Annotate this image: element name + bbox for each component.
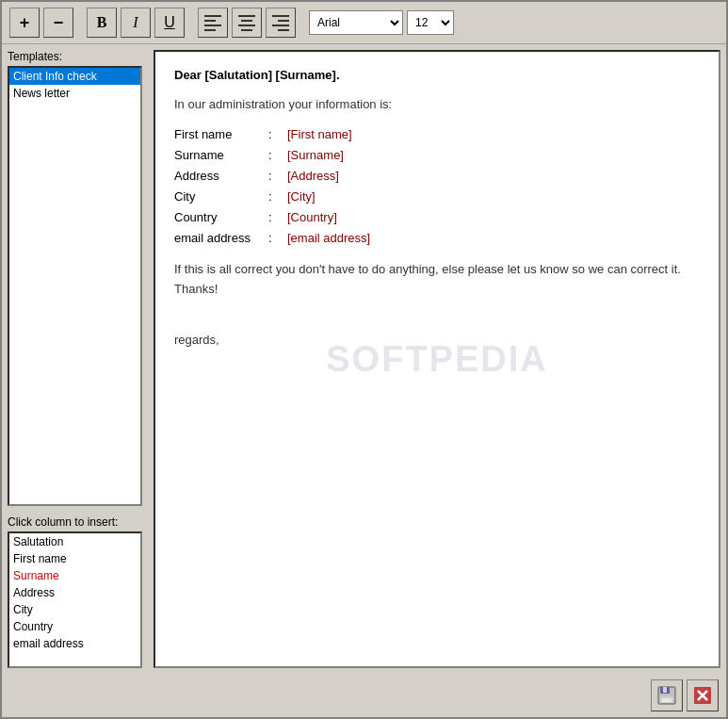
toolbar: + − B I U — [2, 2, 726, 44]
close-button[interactable] — [687, 679, 719, 711]
field-row-country: Country : [Country] — [174, 207, 700, 228]
fields-table: First name : [First name] Surname : [Sur… — [174, 124, 700, 250]
align-center-button[interactable] — [232, 8, 262, 38]
field-value-address: [Address] — [287, 166, 339, 187]
italic-button[interactable]: I — [121, 8, 151, 38]
field-value-surname: [Surname] — [287, 145, 344, 166]
bold-button[interactable]: B — [87, 8, 117, 38]
field-colon-address: : — [268, 166, 287, 187]
column-item-surname[interactable]: Surname — [9, 567, 140, 584]
field-colon-firstname: : — [268, 124, 287, 145]
field-colon-country: : — [268, 207, 287, 228]
field-colon-city: : — [268, 187, 287, 207]
close-x-icon — [692, 685, 713, 706]
column-item-country[interactable]: Country — [9, 618, 140, 635]
align-right-button[interactable] — [266, 8, 296, 38]
column-item-email[interactable]: email address — [9, 635, 140, 652]
svg-rect-2 — [663, 687, 667, 693]
italic-icon: I — [133, 14, 138, 31]
save-button[interactable] — [651, 679, 683, 711]
add-template-button[interactable]: + — [9, 8, 40, 38]
field-row-email: email address : [email address] — [174, 228, 700, 249]
editor-closing: regards, — [174, 331, 700, 351]
editor-body: If this is all correct you don't have to… — [174, 260, 700, 300]
editor-frame[interactable]: SOFTPEDIA Dear [Salutation] [Surname]. I… — [154, 50, 720, 668]
main-area: Templates: Client Info check News letter… — [2, 44, 726, 674]
app-window: + − B I U — [0, 0, 728, 719]
templates-list: Client Info check News letter — [8, 66, 142, 506]
field-label-city: City — [174, 187, 268, 207]
underline-button[interactable]: U — [154, 8, 185, 38]
field-value-email: [email address] — [287, 228, 370, 249]
field-value-firstname: [First name] — [287, 124, 352, 145]
template-item-newsletter[interactable]: News letter — [9, 85, 140, 102]
align-right-icon — [272, 15, 289, 31]
align-left-button[interactable] — [198, 8, 228, 38]
svg-rect-4 — [662, 698, 671, 702]
field-row-surname: Surname : [Surname] — [174, 145, 700, 166]
field-colon-email: : — [268, 228, 287, 249]
align-left-icon — [204, 15, 221, 31]
column-item-firstname[interactable]: First name — [9, 550, 140, 567]
minus-icon: − — [54, 13, 64, 33]
template-item-client-info[interactable]: Client Info check — [9, 68, 140, 85]
floppy-disk-icon — [656, 685, 677, 706]
align-center-icon — [238, 15, 255, 31]
field-row-address: Address : [Address] — [174, 166, 700, 187]
underline-icon: U — [164, 14, 175, 31]
field-colon-surname: : — [268, 145, 287, 166]
font-size-select[interactable]: 12 — [407, 10, 454, 35]
insert-label: Click column to insert: — [8, 515, 142, 529]
field-value-city: [City] — [287, 187, 315, 207]
field-row-firstname: First name : [First name] — [174, 124, 700, 145]
column-item-address[interactable]: Address — [9, 584, 140, 601]
remove-template-button[interactable]: − — [43, 8, 73, 38]
field-label-address: Address — [174, 166, 268, 187]
bottom-bar — [2, 674, 726, 717]
editor-greeting: Dear [Salutation] [Surname]. — [174, 66, 700, 86]
field-value-country: [Country] — [287, 207, 337, 228]
left-panel: Templates: Client Info check News letter… — [2, 44, 148, 674]
column-item-city[interactable]: City — [9, 601, 140, 618]
field-label-firstname: First name — [174, 124, 268, 145]
font-select[interactable]: Arial — [309, 10, 403, 35]
bold-icon: B — [97, 14, 107, 31]
columns-list[interactable]: Salutation First name Surname Address Ci… — [8, 531, 142, 668]
field-label-email: email address — [174, 228, 268, 249]
editor-area: SOFTPEDIA Dear [Salutation] [Surname]. I… — [148, 44, 726, 674]
field-label-country: Country — [174, 207, 268, 228]
column-item-salutation[interactable]: Salutation — [9, 533, 140, 550]
editor-intro: In our administration your information i… — [174, 95, 700, 115]
editor-content: Dear [Salutation] [Surname]. In our admi… — [174, 66, 700, 350]
add-icon: + — [20, 13, 30, 33]
field-row-city: City : [City] — [174, 187, 700, 207]
field-label-surname: Surname — [174, 145, 268, 166]
templates-label: Templates: — [8, 50, 142, 63]
